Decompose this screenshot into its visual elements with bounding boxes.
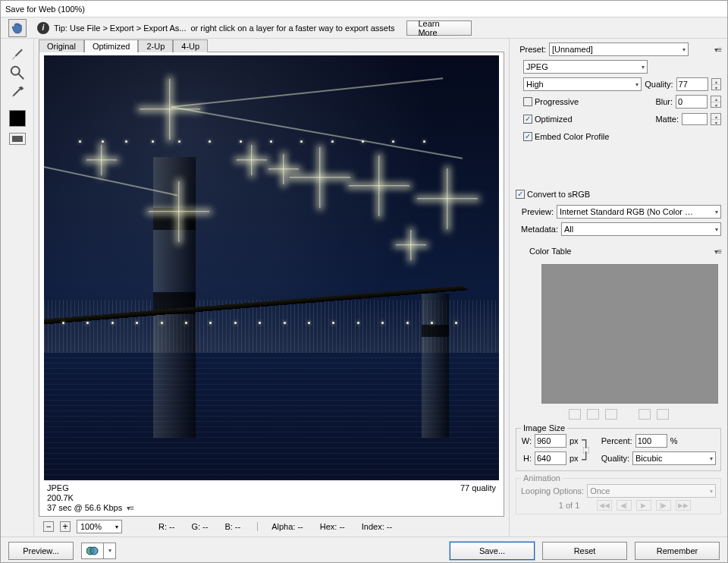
preset-select[interactable]: [Unnamed]▾ <box>549 42 689 56</box>
zoom-tool[interactable] <box>9 64 26 81</box>
remember-button[interactable]: Remember <box>635 542 720 560</box>
readout-hex: Hex: -- <box>320 522 345 531</box>
tab-optimized[interactable]: Optimized <box>84 39 139 52</box>
animation-group: Animation Looping Options: Once▾ 1 of 1 … <box>516 478 721 514</box>
readout-index: Index: -- <box>362 522 392 531</box>
percent-input[interactable] <box>635 434 667 448</box>
zoom-select[interactable]: 100%▾ <box>77 520 122 533</box>
info-format: JPEG <box>47 483 133 493</box>
preview-frame: JPEG 200.7K 37 sec @ 56.6 Kbps ▾≡ 77 qua… <box>39 52 504 517</box>
info-size: 200.7K <box>47 493 133 503</box>
blur-input[interactable] <box>676 95 708 109</box>
tip-text-b: or right click on a layer for a faster w… <box>190 24 394 33</box>
looping-select: Once▾ <box>587 484 716 498</box>
tab-2up[interactable]: 2-Up <box>138 39 173 52</box>
width-unit: px <box>570 436 579 445</box>
link-bracket-bottom: ┘ <box>582 455 590 464</box>
eyedropper-tool[interactable] <box>9 84 26 101</box>
footer: Preview... ▾ Save... Reset Remember <box>1 536 727 563</box>
reset-button[interactable]: Reset <box>542 542 627 560</box>
preview-profile-label: Preview: <box>516 207 554 216</box>
height-unit: px <box>570 454 579 463</box>
preview-image[interactable] <box>44 55 499 480</box>
preset-menu-icon[interactable]: ▾≡ <box>714 46 721 54</box>
format-select[interactable]: JPEG▾ <box>523 60 648 74</box>
width-input[interactable] <box>535 434 566 448</box>
convert-srgb-checkbox[interactable]: Convert to sRGB <box>516 190 590 199</box>
color-readouts: R: -- G: -- B: -- Alpha: -- Hex: -- Inde… <box>158 522 392 531</box>
metadata-select[interactable]: All▾ <box>561 222 721 236</box>
height-input[interactable] <box>535 451 566 465</box>
svg-point-3 <box>90 547 98 555</box>
anim-first-button: ◀◀ <box>597 500 612 511</box>
titlebar: Save for Web (100%) <box>1 1 727 17</box>
foreground-color-swatch[interactable] <box>9 110 26 127</box>
info-time: 37 sec @ 56.6 Kbps <box>47 503 122 513</box>
quality-preset-select[interactable]: High▾ <box>523 77 642 91</box>
quality-input[interactable] <box>676 77 708 91</box>
zoom-out-button[interactable]: − <box>43 521 54 532</box>
window-title: Save for Web (100%) <box>5 5 85 14</box>
resample-quality-select[interactable]: Bicubic▾ <box>632 451 716 465</box>
percent-unit: % <box>670 436 678 445</box>
browser-preview-dropdown[interactable]: ▾ <box>104 543 116 559</box>
frame-indicator: 1 of 1 <box>547 501 592 510</box>
colortable-tools <box>516 407 721 421</box>
learn-more-button[interactable]: Learn More <box>406 20 472 36</box>
tip-text-a: Tip: Use File > Export > Export As... <box>54 24 186 33</box>
tab-original[interactable]: Original <box>39 39 84 52</box>
height-label: H: <box>521 454 532 463</box>
tab-4up[interactable]: 4-Up <box>173 39 208 52</box>
center-panel: Original Optimized 2-Up 4-Up <box>34 39 509 536</box>
slice-visibility-toggle[interactable] <box>9 133 26 145</box>
blur-label: Blur: <box>655 97 673 106</box>
svg-line-1 <box>18 74 24 79</box>
readout-r: R: -- <box>158 522 174 531</box>
progressive-checkbox[interactable]: Progressive <box>523 97 579 106</box>
readout-b: B: -- <box>224 522 240 531</box>
colortable-title: Color Table <box>529 247 571 256</box>
zoom-in-button[interactable]: + <box>60 521 71 532</box>
preview-profile-select[interactable]: Internet Standard RGB (No Color Manag...… <box>557 205 721 219</box>
preset-label: Preset: <box>516 45 546 54</box>
anim-next-button: |▶ <box>656 500 671 511</box>
blur-stepper[interactable]: ▴▾ <box>711 96 721 108</box>
matte-label: Matte: <box>655 115 679 124</box>
browser-preview-icon[interactable] <box>81 543 104 559</box>
zoom-bar: − + 100%▾ R: -- G: -- B: -- Alpha: -- He… <box>39 517 504 536</box>
ct-tool-5 <box>657 409 669 420</box>
info-icon: i <box>37 22 49 34</box>
colortable-menu-icon[interactable]: ▾≡ <box>714 247 721 256</box>
quality-label: Quality: <box>645 80 673 89</box>
anim-play-button: ▶ <box>636 500 651 511</box>
link-bracket-top: ┐ <box>582 436 590 445</box>
settings-panel: Preset: [Unnamed]▾ ▾≡ JPEG▾ High▾ Qualit… <box>509 39 727 536</box>
matte-stepper[interactable]: ▴▾ <box>711 113 721 125</box>
anim-prev-button: ◀| <box>617 500 632 511</box>
image-size-group: Image Size W: px H: px ┐ <box>516 428 721 471</box>
anim-last-button: ▶▶ <box>676 500 691 511</box>
preview-button[interactable]: Preview... <box>8 542 74 560</box>
ct-tool-4 <box>639 409 651 420</box>
info-quality: 77 quality <box>460 483 496 492</box>
hand-tool-button[interactable] <box>8 19 27 37</box>
embed-profile-checkbox[interactable]: Embed Color Profile <box>523 132 609 141</box>
resample-quality-label: Quality: <box>601 454 629 463</box>
ct-tool-3 <box>605 409 617 420</box>
brush-tool[interactable] <box>9 45 26 61</box>
save-button[interactable]: Save... <box>450 542 535 560</box>
readout-alpha: Alpha: -- <box>257 522 303 531</box>
optimized-checkbox[interactable]: Optimized <box>523 115 573 124</box>
color-table[interactable] <box>541 264 718 404</box>
tool-column <box>1 39 34 536</box>
info-menu-icon[interactable]: ▾≡ <box>127 503 133 513</box>
quality-stepper[interactable]: ▴▾ <box>711 78 721 90</box>
metadata-label: Metadata: <box>516 225 558 234</box>
image-size-title: Image Size <box>521 423 567 432</box>
matte-swatch[interactable] <box>682 113 708 125</box>
preview-tabs: Original Optimized 2-Up 4-Up <box>39 39 504 52</box>
readout-g: G: -- <box>191 522 208 531</box>
svg-point-0 <box>11 67 19 75</box>
preview-info: JPEG 200.7K 37 sec @ 56.6 Kbps ▾≡ 77 qua… <box>42 480 500 513</box>
animation-title: Animation <box>521 473 563 483</box>
